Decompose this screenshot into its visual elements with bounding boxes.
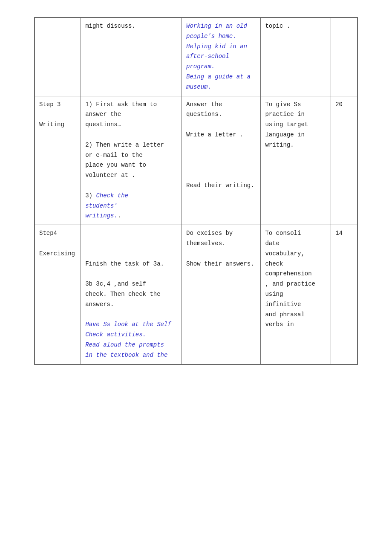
lesson-plan-table: might discuss.Working in an oldpeople's … (35, 17, 357, 364)
table-row: Step 3 Writing1) First ask them to answe… (35, 96, 357, 225)
purpose-cell: topic . (261, 18, 331, 96)
student-activity-cell: Do excises bythemselves.Show their answe… (182, 225, 261, 364)
student-activity-cell: Working in an oldpeople's home.Helping k… (182, 18, 261, 96)
time-cell (331, 18, 357, 96)
teacher-activity-cell: might discuss. (81, 18, 182, 96)
step-label (35, 18, 81, 96)
table-row: might discuss.Working in an oldpeople's … (35, 18, 357, 96)
step-label: Step 3 Writing (35, 96, 81, 225)
time-cell: 14 (331, 225, 357, 364)
student-activity-cell: Answer thequestions.Write a letter .Read… (182, 96, 261, 225)
step-label: Step4 Exercising (35, 225, 81, 364)
teacher-activity-cell: Finish the task of 3a.3b 3c,4 ,and selfc… (81, 225, 182, 364)
main-table-wrapper: might discuss.Working in an oldpeople's … (34, 17, 358, 365)
purpose-cell: To consolidatevocabulary,checkcomprehens… (261, 225, 331, 364)
purpose-cell: To give Sspractice inusing targetlanguag… (261, 96, 331, 225)
teacher-activity-cell: 1) First ask them to answer the question… (81, 96, 182, 225)
table-row: Step4 ExercisingFinish the task of 3a.3b… (35, 225, 357, 364)
time-cell: 20 (331, 96, 357, 225)
